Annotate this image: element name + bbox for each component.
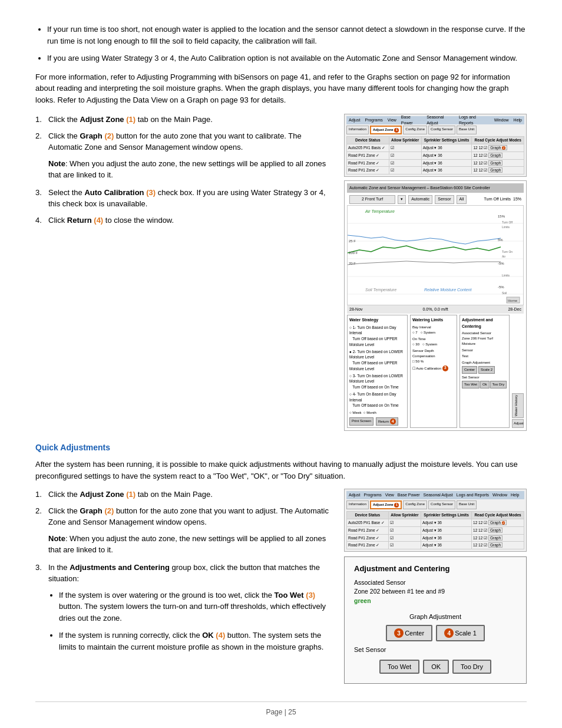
qa-right-figure: AdjustProgramsViewBase PowerSeasonal Adj… (344, 489, 527, 684)
auto-zone-chart: Automatic Zone and Sensor Management – B… (344, 180, 527, 431)
step-4-color: (4) (94, 216, 103, 225)
qa-step-1-content: Click the Adjust Zone (1) tab on the Mai… (48, 489, 333, 500)
center-button[interactable]: 3 Center (386, 625, 432, 641)
svg-text:-5%: -5% (498, 262, 504, 265)
chart-lower-panels: Water Strategy ○ 1- Turn On Based on Day… (347, 315, 524, 428)
svg-text:Limits: Limits (502, 225, 510, 229)
step-4-num: 4. (35, 215, 46, 226)
set-sensor-label: Set Sensor (354, 645, 395, 655)
mini-main-screenshot: AdjustProgramsViewBase PowerSeasonal Adj… (344, 114, 527, 177)
left-steps: 1. Click the Adjust Zone (1) tab on the … (35, 114, 333, 230)
main-content-figure: 1. Click the Adjust Zone (1) tab on the … (35, 114, 527, 431)
qa-step-3-content: In the Adjustments and Centering group b… (48, 562, 333, 585)
bullet-item-2: If you are using Water Strategy 3 or 4, … (47, 52, 527, 64)
water-strategy-panel: Water Strategy ○ 1- Turn On Based on Day… (347, 315, 408, 428)
ok-button[interactable]: OK (423, 660, 449, 674)
step-3-bold: Auto Calibration (84, 188, 144, 197)
quick-adjustments-heading: Quick Adjustments (35, 442, 527, 454)
qa-step-3: 3. In the Adjustments and Centering grou… (35, 562, 333, 585)
svg-text:Soil Temperature: Soil Temperature (365, 288, 396, 292)
svg-text:5%: 5% (498, 238, 503, 242)
water-history-tab: Water History Adjust (512, 315, 524, 428)
step-3-color: (3) (146, 188, 156, 197)
step-3-num: 3. (35, 187, 46, 210)
svg-text:Relative Moisture Content: Relative Moisture Content (424, 288, 472, 292)
big-graph-adj-label: Graph Adjustment (354, 612, 517, 622)
too-wet-button[interactable]: Too Wet (379, 660, 419, 674)
svg-text:Air Temperature: Air Temperature (365, 209, 395, 214)
step-1-bold: Adjust Zone (80, 115, 124, 124)
svg-text:Turn Off: Turn Off (502, 220, 513, 224)
svg-text:Limits: Limits (502, 274, 510, 277)
right-figure: AdjustProgramsViewBase PowerSeasonal Adj… (344, 114, 527, 431)
svg-text:Turn On: Turn On (502, 250, 513, 253)
qa-left-steps: 1. Click the Adjust Zone (1) tab on the … (35, 489, 333, 660)
chart-svg: Air Temperature Soil Temperature Relativ… (348, 206, 523, 305)
step-3: 3. Select the Auto Calibration (3) check… (35, 187, 333, 210)
quick-adjustments-section: Quick Adjustments After the system has b… (35, 442, 527, 684)
step-1-color: (1) (126, 115, 135, 124)
svg-text:-5%: -5% (498, 285, 504, 289)
big-adj-centering-box: Adjustment and Centering Associated Sens… (344, 556, 527, 684)
qa-content-figure: 1. Click the Adjust Zone (1) tab on the … (35, 489, 527, 684)
chart-date-bar: 28-Nov 0.0%, 0.0 m/ft 28-Dec (347, 305, 524, 314)
quick-adj-intro: After the system has been running, it is… (35, 459, 527, 482)
qa-step-2: 2. Click the Graph (2) button for the au… (35, 505, 333, 528)
svg-text:100 F: 100 F (349, 251, 358, 255)
qa-mini-main-screenshot: AdjustProgramsViewBase PowerSeasonal Adj… (344, 489, 527, 552)
big-adj-title: Adjustment and Centering (354, 563, 517, 575)
step-3-content: Select the Auto Calibration (3) check bo… (48, 187, 333, 210)
chart-graph-area: Air Temperature Soil Temperature Relativ… (347, 205, 524, 305)
step-1-num: 1. (35, 114, 46, 126)
qa-step-2-num: 2. (35, 505, 46, 528)
svg-text:Air: Air (502, 255, 505, 258)
step-4-bold: Return (67, 216, 92, 225)
adjustment-centering-panel: Adjustment and Centering Associated Sens… (459, 315, 510, 428)
svg-text:Soil: Soil (502, 291, 507, 295)
big-adj-sensor: Associated Sensor Zone 202 between #1 te… (354, 578, 517, 606)
svg-text:Home: Home (508, 299, 518, 302)
page-footer: Page | 25 (35, 701, 527, 717)
step-2-num: 2. (35, 130, 46, 153)
qa-step-2-content: Click the Graph (2) button for the auto … (48, 505, 333, 528)
qa-sub-bullet-2: If the system is running correctly, clic… (59, 630, 333, 653)
page-number: Page | 25 (266, 707, 296, 717)
step-2-color: (2) (104, 131, 114, 140)
too-dry-button[interactable]: Too Dry (452, 660, 491, 674)
qa-step-1-num: 1. (35, 489, 46, 500)
set-sensor-row: Set Sensor (354, 645, 517, 655)
svg-text:70 F: 70 F (349, 262, 356, 265)
step-1: 1. Click the Adjust Zone (1) tab on the … (35, 114, 333, 126)
top-bullet-list: If your run time is too short, not enoug… (47, 24, 527, 64)
bullet-item-1: If your run time is too short, not enoug… (47, 24, 527, 47)
step-2: 2. Click the Graph (2) button for the au… (35, 130, 333, 153)
svg-text:25 F: 25 F (349, 239, 356, 243)
note-1: Note: When you adjust the auto zone, the… (48, 158, 333, 181)
step-2-content: Click the Graph (2) button for the auto … (48, 130, 333, 153)
watering-limits-panel: Watering Limits Bay Interval○ 7 ○ System… (410, 315, 457, 428)
big-center-scale-row: 3 Center 4 Scale 1 (354, 625, 517, 641)
too-wet-ok-too-dry-row: Too Wet OK Too Dry (354, 660, 517, 674)
step-4-content: Click Return (4) to close the window. (48, 215, 333, 226)
step-2-bold: Graph (80, 131, 102, 140)
step-4: 4. Click Return (4) to close the window. (35, 215, 333, 226)
qa-sub-bullet-1: If the system is over watering or the gr… (59, 589, 333, 624)
qa-step-3-num: 3. (35, 562, 46, 585)
svg-text:15%: 15% (498, 215, 505, 218)
chart-zone-row: 2 Front Turf ▾ Automatic Sensor All Turn… (347, 194, 524, 205)
chart-toolbar: Automatic Zone and Sensor Management – B… (347, 183, 524, 193)
intro-paragraph: For more information, refer to Adjusting… (35, 71, 527, 106)
qa-note: Note: When you adjust the auto zone, the… (48, 533, 333, 556)
step-1-content: Click the Adjust Zone (1) tab on the Mai… (48, 114, 333, 126)
qa-sub-bullets: If the system is over watering or the gr… (59, 589, 333, 653)
scale-button[interactable]: 4 Scale 1 (436, 625, 485, 641)
qa-step-1: 1. Click the Adjust Zone (1) tab on the … (35, 489, 333, 500)
